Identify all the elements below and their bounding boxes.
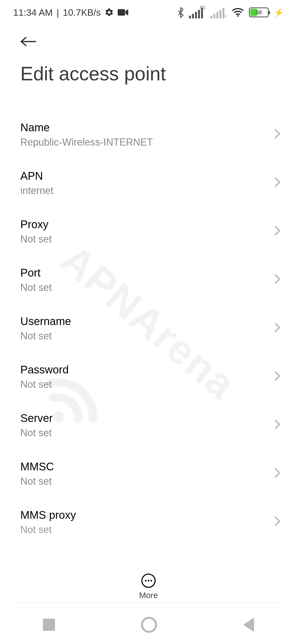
nav-recent-icon[interactable] xyxy=(43,619,55,631)
row-title: APN xyxy=(20,169,270,183)
row-port[interactable]: Port Not set xyxy=(0,255,297,304)
row-proxy[interactable]: Proxy Not set xyxy=(0,207,297,255)
row-title: Password xyxy=(20,363,270,376)
row-name[interactable]: Name Republic-Wireless-INTERNET xyxy=(0,110,297,159)
chevron-right-icon xyxy=(274,177,280,189)
battery-icon: 38 xyxy=(249,7,269,17)
gear-icon xyxy=(105,8,114,17)
more-button[interactable]: More xyxy=(0,574,297,600)
wifi-icon xyxy=(232,7,244,18)
row-value: Not set xyxy=(20,427,270,439)
row-title: Username xyxy=(20,314,270,328)
svg-rect-1 xyxy=(118,9,125,15)
row-value: Republic-Wireless-INTERNET xyxy=(20,136,270,148)
chevron-right-icon xyxy=(274,371,280,382)
more-icon xyxy=(141,574,156,588)
settings-list: Name Republic-Wireless-INTERNET APN inte… xyxy=(0,110,297,553)
row-username[interactable]: Username Not set xyxy=(0,304,297,352)
status-separator: | xyxy=(57,7,59,18)
row-title: MMS proxy xyxy=(20,508,270,522)
row-value: Not set xyxy=(20,330,270,342)
status-net-speed: 10.7KB/s xyxy=(63,7,101,18)
charging-icon: ⚡ xyxy=(274,8,284,17)
chevron-right-icon xyxy=(274,419,280,431)
bluetooth-icon xyxy=(177,7,184,18)
row-value: Not set xyxy=(20,378,270,391)
camera-icon xyxy=(118,9,129,16)
status-time: 11:34 AM xyxy=(13,7,53,18)
signal-sim1: 4G xyxy=(189,6,205,18)
chevron-right-icon xyxy=(274,322,280,334)
system-nav-bar xyxy=(0,605,297,644)
row-title: MMSC xyxy=(20,460,270,473)
row-title: Name xyxy=(20,121,270,134)
row-value: Not set xyxy=(20,233,270,245)
row-value: Not set xyxy=(20,475,270,487)
svg-point-2 xyxy=(237,15,239,17)
status-left: 11:34 AM | 10.7KB/s xyxy=(13,7,129,18)
nav-back-icon[interactable] xyxy=(243,618,254,632)
nav-home-icon[interactable] xyxy=(141,617,157,633)
row-password[interactable]: Password Not set xyxy=(0,352,297,401)
back-button[interactable] xyxy=(20,36,36,48)
chevron-right-icon xyxy=(274,129,280,140)
chevron-right-icon xyxy=(274,468,280,479)
row-value: Not set xyxy=(20,523,270,536)
more-label: More xyxy=(139,591,158,600)
battery-percent: 38 xyxy=(250,8,268,17)
chevron-right-icon xyxy=(274,274,280,285)
row-value: Not set xyxy=(20,281,270,294)
row-title: Proxy xyxy=(20,217,270,231)
chevron-right-icon xyxy=(274,516,280,528)
signal-sim2: ✕ xyxy=(210,6,227,18)
row-title: Server xyxy=(20,411,270,425)
row-server[interactable]: Server Not set xyxy=(0,401,297,449)
status-right: 4G ✕ 38 ⚡ xyxy=(177,6,284,18)
row-value: internet xyxy=(20,184,270,197)
status-bar: 11:34 AM | 10.7KB/s 4G ✕ xyxy=(0,0,297,25)
row-mms-proxy[interactable]: MMS proxy Not set xyxy=(0,498,297,546)
signal-no-service-icon: ✕ xyxy=(224,14,227,19)
chevron-right-icon xyxy=(274,225,280,237)
row-title: Port xyxy=(20,266,270,280)
row-mmsc[interactable]: MMSC Not set xyxy=(0,449,297,498)
row-apn[interactable]: APN internet xyxy=(0,159,297,207)
page-title: Edit access point xyxy=(20,63,166,85)
divider xyxy=(14,602,283,603)
